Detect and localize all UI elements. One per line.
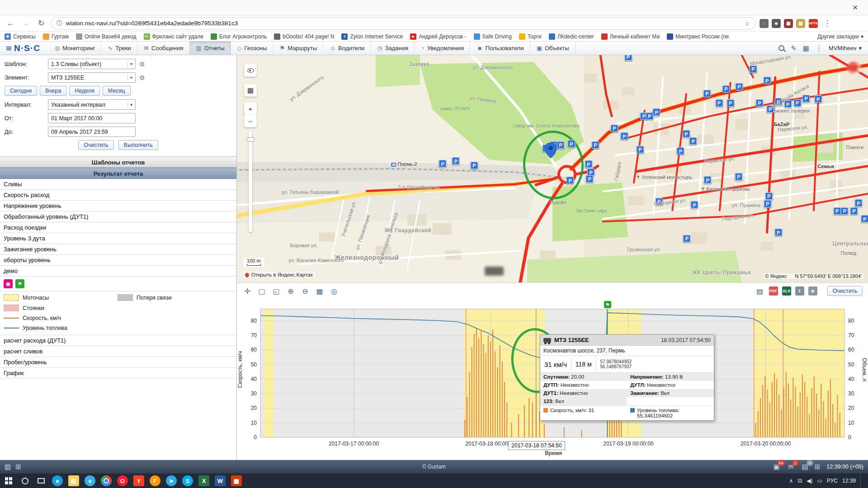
geofences-tab[interactable]: ◇Геозоны bbox=[231, 42, 274, 55]
ext-1-icon[interactable]: ◌ bbox=[760, 19, 769, 28]
bookmark-item[interactable]: bOoobs! 404 page! N bbox=[274, 33, 334, 40]
parking-marker[interactable]: P bbox=[765, 192, 773, 200]
interval-select[interactable]: Указанный интервал ▾ bbox=[48, 99, 136, 110]
report-item[interactable]: График bbox=[0, 368, 236, 379]
parking-marker[interactable]: P bbox=[749, 65, 757, 73]
report-item[interactable]: Скорость расход bbox=[0, 190, 236, 201]
report-item[interactable]: Расход поездки bbox=[0, 222, 236, 233]
page-info-icon[interactable]: ⓘ bbox=[57, 19, 62, 28]
bookmark-item[interactable]: ZZylon Internet Service bbox=[341, 33, 403, 40]
parking-marker[interactable]: P bbox=[850, 207, 858, 215]
user-menu[interactable]: MVMiheev ▾ bbox=[829, 45, 862, 52]
tools-icon[interactable]: ✎ bbox=[791, 44, 797, 52]
quick-range-button[interactable]: Сегодня bbox=[5, 86, 37, 96]
report-item[interactable]: Напряжение уровень bbox=[0, 201, 236, 211]
parking-marker[interactable]: P bbox=[624, 55, 632, 61]
parking-marker[interactable]: P bbox=[763, 77, 771, 84]
photos-icon[interactable]: ▩ bbox=[230, 474, 243, 487]
clock[interactable]: 12:39 bbox=[842, 478, 856, 484]
apps-grid-icon[interactable]: ▦ bbox=[803, 44, 809, 52]
media-legend-icon[interactable]: ▣ bbox=[4, 279, 13, 288]
word-icon[interactable]: W bbox=[213, 474, 227, 487]
open-in-yandex-link[interactable]: Открыть в Яндекс.Картах bbox=[243, 272, 315, 278]
keyboard-language[interactable]: РУС bbox=[827, 478, 838, 484]
reports-tab[interactable]: ▥Отчеты bbox=[189, 42, 231, 55]
quick-range-button[interactable]: Месяц bbox=[103, 86, 131, 96]
zoom-in-icon[interactable]: ⊕ bbox=[286, 286, 296, 296]
tray-icon-1[interactable]: ⊟ bbox=[797, 478, 802, 484]
ext-4-icon[interactable]: ▤ bbox=[796, 19, 805, 28]
parking-marker[interactable]: P bbox=[567, 140, 575, 148]
zoom-out-icon[interactable]: ⊖ bbox=[300, 286, 310, 296]
zoom-slider[interactable] bbox=[249, 131, 252, 232]
bookmark-item[interactable]: ЛКdedic-center bbox=[549, 33, 594, 40]
explorer-icon[interactable]: ▤ bbox=[67, 474, 80, 487]
zoom-out-button[interactable]: − bbox=[244, 115, 257, 127]
parking-marker[interactable]: P bbox=[610, 124, 618, 132]
unit-location-pin[interactable] bbox=[545, 143, 557, 160]
parking-marker[interactable]: P bbox=[682, 130, 690, 138]
parking-marker[interactable]: P bbox=[689, 137, 697, 145]
notifications-tab[interactable]: ◔Уведомления bbox=[415, 42, 470, 55]
report-item[interactable]: Пробег/уровень bbox=[0, 357, 236, 368]
telegram-icon[interactable]: ➤ bbox=[165, 474, 178, 487]
parking-marker[interactable]: P bbox=[655, 197, 663, 205]
bookmark-item[interactable]: ⊞Сервисы bbox=[5, 33, 36, 40]
xls-export-icon[interactable]: XLS bbox=[782, 286, 791, 296]
chrome-icon[interactable] bbox=[99, 474, 113, 487]
zoom-slider-handle[interactable] bbox=[246, 137, 255, 141]
ext-2-icon[interactable]: ☻ bbox=[772, 19, 781, 28]
map[interactable]: ▦ + − 100 m Открыть в Яндекс.Картах bbox=[237, 55, 868, 282]
result-section-header[interactable]: Результат отчета bbox=[0, 168, 236, 179]
start-button[interactable] bbox=[2, 474, 15, 487]
monitor-badge[interactable]: ▣64 bbox=[774, 463, 780, 471]
parking-marker[interactable]: P bbox=[784, 100, 792, 108]
templates-section-header[interactable]: Шаблоны отчетов bbox=[0, 156, 236, 168]
footer-left-icon-0[interactable]: ▥ bbox=[5, 463, 11, 470]
pan-tool-icon[interactable]: ✛ bbox=[242, 286, 252, 296]
list-export-icon[interactable]: ▤ bbox=[755, 286, 765, 296]
forward-button[interactable]: → bbox=[20, 19, 32, 28]
parking-marker[interactable]: P bbox=[557, 141, 565, 149]
reload-button[interactable]: ↻ bbox=[35, 19, 47, 28]
parking-marker[interactable]: P bbox=[814, 95, 822, 103]
show-desktop-button[interactable] bbox=[860, 474, 863, 488]
parking-marker[interactable]: P bbox=[726, 99, 734, 107]
parking-marker[interactable]: P bbox=[637, 145, 644, 153]
zoom-in-button[interactable]: + bbox=[244, 102, 257, 115]
parking-marker[interactable]: P bbox=[764, 200, 772, 207]
bookmark-star-icon[interactable]: ☆ bbox=[744, 20, 750, 27]
nsc-logo[interactable]: ≋ N·S·C bbox=[0, 42, 48, 55]
run-report-button[interactable]: Выполнить bbox=[118, 140, 158, 150]
parking-marker[interactable]: P bbox=[755, 99, 763, 107]
file-export-icon[interactable]: ⇧ bbox=[795, 286, 804, 296]
to-date-input[interactable]: 09 Апрель 2017 23:59 bbox=[48, 127, 136, 137]
report-item[interactable]: обороты уровень bbox=[0, 255, 236, 266]
tray-icon-3[interactable]: ▭ bbox=[817, 478, 822, 484]
bookmark-item[interactable]: Торги bbox=[519, 33, 542, 40]
from-date-input[interactable]: 01 Март 2017 00:00 bbox=[48, 113, 136, 123]
bookmark-item[interactable]: Гуртам bbox=[43, 33, 69, 40]
search-button[interactable] bbox=[18, 474, 32, 487]
fit-screen-icon[interactable]: ◱ bbox=[271, 286, 281, 296]
report-item[interactable]: Зажигание уровень bbox=[0, 244, 236, 255]
parking-marker[interactable]: P bbox=[861, 215, 868, 223]
clear-button[interactable]: Очистить bbox=[78, 140, 113, 150]
parking-marker[interactable]: P bbox=[704, 176, 712, 184]
bookmark-item[interactable]: Блог Агроконтроль bbox=[211, 33, 267, 40]
parking-marker[interactable]: P bbox=[683, 235, 691, 242]
back-button[interactable]: ← bbox=[5, 19, 16, 28]
map-layers-button[interactable]: ▦ bbox=[244, 84, 257, 97]
jobs-tab[interactable]: ◷Задания bbox=[371, 42, 415, 55]
messages-badge[interactable]: ✉2 bbox=[788, 463, 794, 471]
footer-apps-icon[interactable]: ⊞ bbox=[815, 463, 821, 471]
parking-marker[interactable]: P bbox=[793, 99, 801, 107]
users-tab[interactable]: ☻Пользователи bbox=[470, 42, 530, 55]
report-item[interactable]: Сливы bbox=[0, 179, 236, 190]
bookmark-item[interactable]: Минтранс России (пе bbox=[667, 33, 729, 40]
print-icon[interactable]: ≣ bbox=[808, 286, 817, 296]
parking-marker[interactable]: P bbox=[586, 175, 594, 183]
excel-icon[interactable]: X bbox=[197, 474, 211, 487]
report-item[interactable]: демо bbox=[0, 266, 236, 277]
firefox-icon[interactable]: F bbox=[148, 474, 162, 487]
